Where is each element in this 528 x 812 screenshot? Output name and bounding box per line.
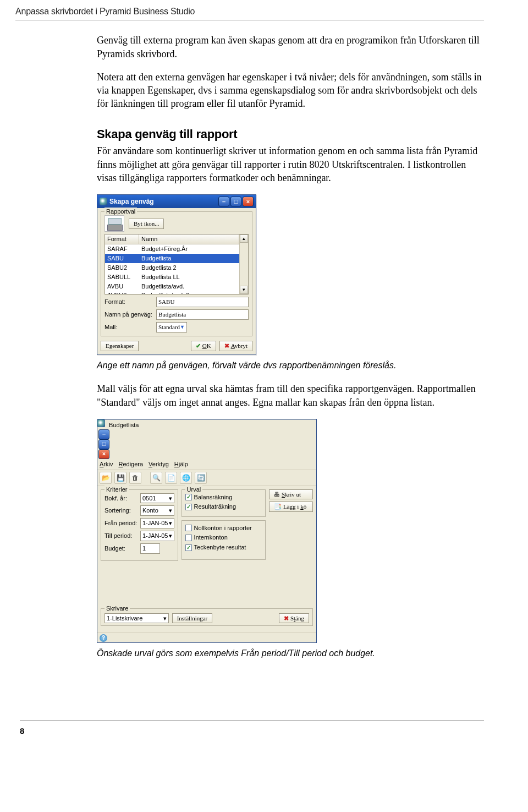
header-title: Anpassa skrivbordet i Pyramid Business S… (15, 7, 195, 16)
list-header: Format Namn (105, 235, 239, 244)
chevron-down-icon: ▾ (163, 614, 167, 623)
mall-dropdown[interactable]: Standard▼ (156, 322, 187, 333)
window-title: Budgetlista (109, 422, 139, 428)
toolbar-save-icon[interactable]: 💾 (114, 472, 127, 484)
app-icon (100, 198, 107, 205)
chevron-down-icon: ▾ (169, 532, 172, 540)
page-footer: 8 (20, 720, 484, 737)
menu-arkiv[interactable]: Arkiv (100, 460, 113, 468)
skrivare-dropdown[interactable]: 1-Listskrivare▾ (105, 613, 169, 624)
list-row[interactable]: AVBU2Budgetlista/avd. 2 (105, 291, 239, 295)
paragraph-3: För användare som kontinuerligt skriver … (97, 144, 484, 184)
list-row[interactable]: AVBUBudgetlista/avd. (105, 282, 239, 291)
toolbar-delete-icon[interactable]: 🗑 (129, 472, 141, 484)
close-button[interactable]: × (98, 449, 109, 459)
check-icon: ✔ (196, 342, 201, 350)
minimize-button[interactable]: – (98, 429, 109, 439)
titlebar[interactable]: Skapa genväg – □ × (97, 195, 256, 208)
fran-field[interactable]: 1-JAN-05▾ (140, 518, 174, 528)
scroll-down-icon[interactable]: ▾ (240, 286, 248, 294)
toolbar-find-icon[interactable]: 🔍 (150, 472, 162, 484)
statusbar: ? (97, 633, 316, 642)
bokfar-field[interactable]: 0501▾ (140, 493, 174, 504)
maximize-button[interactable]: □ (230, 197, 241, 206)
paragraph-2: Notera att den externa genvägen har egen… (97, 70, 484, 111)
format-field[interactable]: SABU (156, 297, 249, 307)
group-skrivare: Skrivare (105, 604, 130, 613)
chk-intern[interactable]: Internkonton (185, 533, 262, 542)
list-row[interactable]: SABULLBudgetlista LL (105, 273, 239, 282)
chevron-down-icon: ▾ (169, 494, 172, 503)
window-title: Skapa genväg (109, 197, 154, 206)
menubar: Arkiv Redigera Verktyg Hjälp (97, 459, 316, 470)
menu-hjalp[interactable]: Hjälp (174, 460, 188, 468)
close-button[interactable]: × (243, 197, 254, 206)
label-namn: Namn på genväg: (105, 310, 154, 319)
label-mall: Mall: (105, 323, 154, 331)
dialog-budgetlista: Budgetlista – □ × Arkiv Redigera Verktyg… (97, 419, 317, 644)
group-legend: Rapportval (105, 208, 137, 216)
stang-button[interactable]: ✖Stäng (279, 613, 309, 624)
chevron-down-icon: ▾ (169, 506, 172, 515)
paragraph-1: Genväg till externa program kan även ska… (97, 34, 484, 61)
paragraph-4: Mall väljs för att egna urval ska hämtas… (97, 382, 484, 409)
till-field[interactable]: 1-JAN-05▾ (140, 531, 174, 541)
page-header: Anpassa skrivbordet i Pyramid Business S… (15, 4, 484, 20)
namn-field[interactable]: Budgetlista (156, 309, 249, 320)
menu-verktyg[interactable]: Verktyg (148, 460, 169, 468)
toolbar: 📂 💾 🗑 🔍 📄 🌐 🔄 (97, 470, 316, 486)
scroll-up-icon[interactable]: ▴ (240, 235, 248, 243)
egenskaper-button[interactable]: Egenskaper (101, 341, 139, 351)
print-icon: 🖶 (274, 491, 280, 499)
chk-noll[interactable]: Nollkonton i rapporter (185, 524, 262, 532)
toolbar-open-icon[interactable]: 📂 (100, 472, 112, 484)
cancel-icon: ✖ (224, 342, 229, 350)
scrollbar[interactable]: ▴ ▾ (239, 235, 248, 294)
chk-balans[interactable]: ✓Balansräkning (185, 493, 262, 502)
group-urval-1: Urval (185, 486, 203, 494)
avbryt-button[interactable]: ✖Avbryt (219, 341, 252, 351)
caption-2: Önskade urval görs som exempelvis Från p… (97, 647, 484, 660)
skriv-ut-button[interactable]: 🖶Skriv ut (269, 489, 313, 500)
group-kriterier: Kriterier (105, 486, 129, 494)
chevron-down-icon: ▼ (180, 324, 185, 330)
list-row[interactable]: SABUBudgetlista (105, 254, 239, 263)
app-icon (97, 419, 105, 427)
titlebar[interactable]: Budgetlista – □ × (97, 419, 316, 459)
list-row[interactable]: SABU2Budgetlista 2 (105, 263, 239, 273)
caption-1: Ange ett namn på genvägen, förvalt värde… (97, 359, 484, 372)
chevron-down-icon: ▾ (169, 519, 172, 527)
sort-field[interactable]: Konto▾ (140, 505, 174, 516)
installningar-button[interactable]: Inställningar (172, 613, 213, 624)
dialog-skapa-genvag: Skapa genväg – □ × Rapportval Byt ikon..… (97, 194, 256, 355)
page-number: 8 (20, 726, 24, 735)
menu-redigera[interactable]: Redigera (118, 460, 143, 468)
close-icon: ✖ (284, 614, 289, 623)
list-row[interactable]: SARAFBudget+Föreg.År (105, 244, 239, 254)
budget-field[interactable]: 1 (140, 543, 160, 554)
help-icon[interactable]: ? (100, 634, 107, 642)
toolbar-globe-icon[interactable]: 🌐 (180, 472, 192, 484)
maximize-button[interactable]: □ (98, 439, 109, 449)
chk-tecken[interactable]: ✓Teckenbyte resultat (185, 543, 262, 552)
heading-skapa-genvag: Skapa genväg till rapport (97, 126, 484, 143)
label-format: Format: (105, 298, 154, 306)
minimize-button[interactable]: – (218, 197, 229, 206)
chk-resultat[interactable]: ✓Resultaträkning (185, 503, 262, 511)
lagg-i-ko-button[interactable]: 📑Lägg i kö (269, 502, 313, 512)
toolbar-refresh-icon[interactable]: 🔄 (195, 472, 207, 484)
queue-icon: 📑 (274, 503, 282, 511)
printer-icon (105, 215, 124, 232)
report-list[interactable]: Format Namn SARAFBudget+Föreg.År SABUBud… (105, 234, 249, 295)
toolbar-page-icon[interactable]: 📄 (165, 472, 177, 484)
ok-button[interactable]: ✔OK (191, 341, 216, 351)
byt-ikon-button[interactable]: Byt ikon... (129, 219, 164, 229)
